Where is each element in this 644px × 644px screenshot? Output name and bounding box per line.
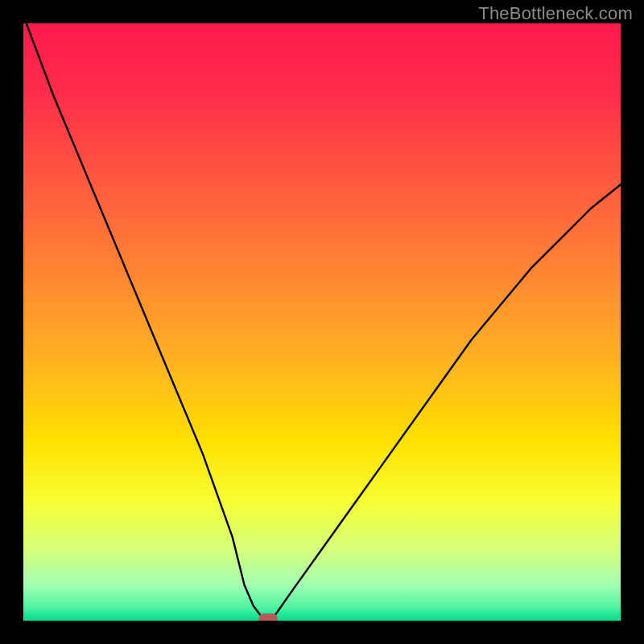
chart-frame: TheBottleneck.com bbox=[0, 0, 644, 644]
watermark-text: TheBottleneck.com bbox=[478, 3, 633, 24]
min-marker bbox=[258, 613, 278, 621]
plot-area bbox=[23, 23, 621, 621]
bottleneck-curve bbox=[23, 23, 621, 621]
